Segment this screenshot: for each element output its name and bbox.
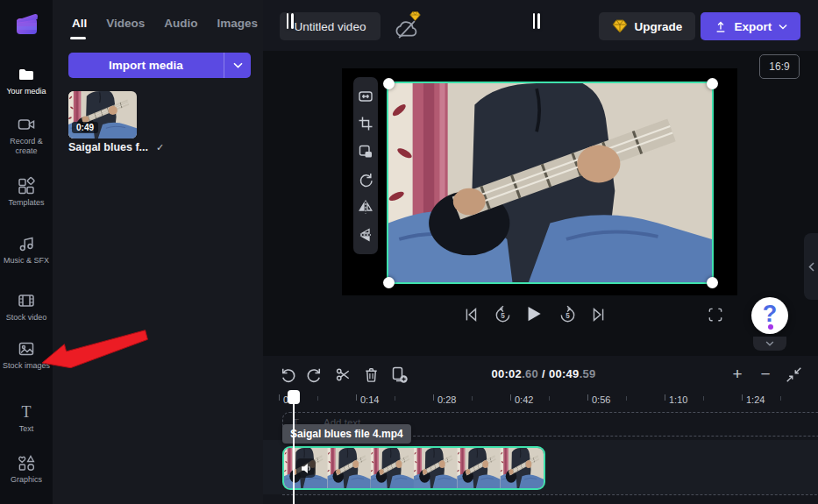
svg-text:5: 5: [501, 311, 505, 319]
picture-in-picture-button[interactable]: [355, 141, 376, 162]
project-title-field[interactable]: Untitled video: [280, 12, 381, 40]
gem-icon: [612, 19, 628, 33]
upgrade-label: Upgrade: [635, 20, 683, 33]
sidebar-item-label: Text: [1, 424, 52, 434]
premium-gem-badge-icon: [409, 11, 421, 22]
help-button[interactable]: ?: [751, 297, 788, 334]
timeline-ruler[interactable]: 00:140:280:420:561:101:24: [272, 391, 818, 412]
flip-vertical-button[interactable]: [355, 224, 376, 245]
chevron-left-icon: [808, 262, 814, 272]
tab-audio[interactable]: Audio: [164, 17, 197, 30]
collapse-timeline-button[interactable]: [782, 363, 805, 386]
fullscreen-button[interactable]: [704, 303, 727, 326]
clip-trim-handle-left[interactable]: [286, 13, 294, 29]
tab-images[interactable]: Images: [217, 17, 259, 30]
music-note-icon: [17, 234, 36, 253]
sidebar-item-stock-video[interactable]: Stock video: [0, 291, 53, 323]
sidebar-item-label: Record & create: [1, 137, 52, 157]
resize-handle-bottom-right[interactable]: [707, 277, 718, 288]
clipchamp-logo[interactable]: [11, 9, 42, 40]
help-collapse-tab[interactable]: [753, 337, 786, 351]
camera-icon: [17, 115, 36, 134]
sidebar-item-your-media[interactable]: Your media: [0, 65, 53, 96]
tab-all[interactable]: All: [72, 17, 87, 30]
folder-icon: [17, 65, 36, 84]
clip-trim-handle-right[interactable]: [532, 13, 540, 29]
clipchamp-editor: Your media Record & create Templates Mus…: [0, 0, 818, 504]
clip-volume-icon[interactable]: [296, 458, 316, 478]
media-item-name-row: Saigal blues f... ✓: [68, 141, 164, 153]
sidebar-item-record-create[interactable]: Record & create: [0, 115, 53, 157]
media-item-duration-badge: 0:49: [72, 122, 98, 133]
timecode-display: 00:02.60 / 00:49.59: [452, 367, 636, 380]
clip-filename-tooltip: Saigal blues file 4.mp4: [282, 424, 411, 444]
playhead-handle[interactable]: [288, 390, 300, 404]
templates-icon: [17, 176, 36, 195]
playhead-line: [293, 391, 295, 504]
delete-button[interactable]: [359, 363, 382, 386]
total-time: 00:49: [549, 367, 580, 380]
zoom-out-button[interactable]: −: [754, 363, 777, 386]
import-options-button[interactable]: [224, 62, 251, 68]
chevron-down-icon: [233, 62, 243, 68]
upload-icon: [714, 19, 728, 34]
sidebar-item-label: Templates: [1, 198, 52, 208]
fit-resize-button[interactable]: [355, 86, 376, 107]
export-button[interactable]: Export: [701, 12, 800, 40]
chevron-down-icon: [765, 341, 774, 346]
sidebar-item-templates[interactable]: Templates: [0, 176, 53, 208]
rotate-button[interactable]: [355, 169, 376, 190]
skip-to-start-button[interactable]: [459, 303, 482, 326]
timeline-video-clip[interactable]: [282, 446, 545, 490]
check-icon: ✓: [156, 142, 164, 153]
sidebar-item-label: Music & SFX: [1, 256, 52, 266]
empty-track-placeholder[interactable]: [282, 494, 818, 495]
preview-tool-rail: [353, 77, 378, 254]
import-media-label: Import media: [68, 59, 224, 72]
question-dot: [768, 324, 773, 330]
forward-5s-button[interactable]: 5: [556, 303, 579, 326]
chevron-down-icon: [779, 24, 787, 30]
sidebar-item-label: Your media: [1, 87, 52, 96]
skip-to-end-button[interactable]: [587, 303, 610, 326]
image-icon: [17, 339, 36, 358]
media-panel: All Videos Audio Images Import media 0:4…: [53, 0, 263, 504]
filmstrip-icon: [17, 291, 36, 310]
split-scissors-button[interactable]: [331, 363, 354, 386]
media-tabs: All Videos Audio Images: [72, 17, 258, 30]
sidebar-item-label: Stock video: [1, 313, 52, 323]
rewind-5s-button[interactable]: 5: [491, 303, 514, 326]
app-sidebar: Your media Record & create Templates Mus…: [0, 0, 53, 504]
sidebar-item-label: Graphics: [1, 475, 52, 485]
sidebar-item-music-sfx[interactable]: Music & SFX: [0, 234, 53, 266]
question-mark-icon: ?: [763, 302, 778, 326]
sidebar-item-text[interactable]: T Text: [0, 402, 53, 434]
import-media-button[interactable]: Import media: [68, 53, 251, 78]
sidebar-item-stock-images[interactable]: Stock images: [0, 339, 53, 371]
zoom-in-button[interactable]: +: [726, 363, 749, 386]
shapes-icon: [17, 453, 36, 472]
svg-text:5: 5: [565, 311, 570, 319]
sidebar-item-label: Stock images: [1, 361, 52, 371]
export-label: Export: [735, 20, 772, 33]
flip-horizontal-button[interactable]: [355, 196, 376, 217]
current-time: 00:02: [491, 367, 522, 380]
media-item-name: Saigal blues f...: [68, 141, 148, 153]
redo-button[interactable]: [303, 363, 326, 386]
preview-video[interactable]: [388, 83, 712, 282]
duplicate-button[interactable]: [388, 363, 410, 386]
text-icon: T: [17, 402, 36, 422]
resize-handle-top-left[interactable]: [383, 78, 395, 89]
active-tab-indicator: [70, 37, 86, 39]
upgrade-button[interactable]: Upgrade: [599, 12, 695, 40]
sidebar-item-graphics[interactable]: Graphics: [0, 453, 53, 485]
tab-videos[interactable]: Videos: [106, 17, 145, 30]
play-button[interactable]: [520, 301, 546, 327]
resize-handle-top-right[interactable]: [707, 78, 718, 89]
aspect-ratio-badge[interactable]: 16:9: [759, 54, 800, 79]
undo-button[interactable]: [275, 363, 298, 386]
resize-handle-bottom-left[interactable]: [383, 277, 395, 288]
collapse-properties-panel-tab[interactable]: [804, 233, 818, 300]
svg-text:T: T: [22, 403, 32, 421]
crop-button[interactable]: [355, 113, 376, 134]
